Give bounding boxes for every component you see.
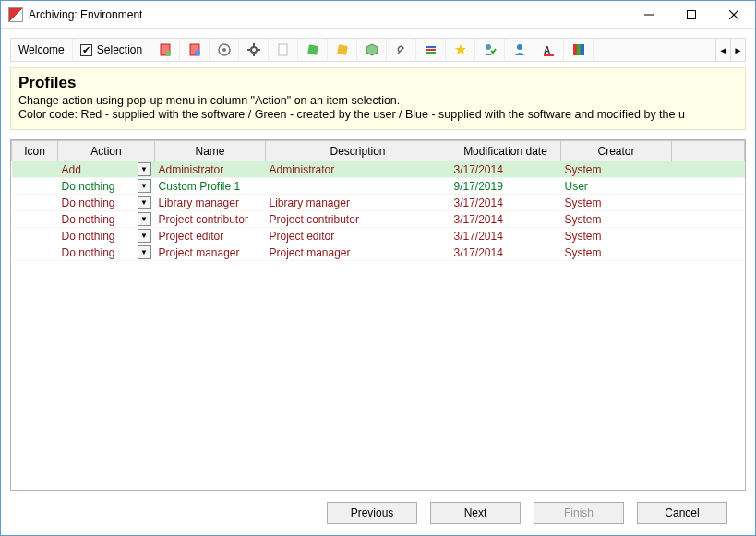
font-icon[interactable]: A <box>534 39 564 61</box>
toolbar-scroll-left[interactable]: ◄ <box>715 39 730 61</box>
cube-yellow-icon[interactable] <box>328 39 357 61</box>
bars-icon[interactable] <box>416 39 446 61</box>
cell-icon <box>12 178 58 195</box>
toolbar-icon-2[interactable] <box>180 39 210 61</box>
col-creator[interactable]: Creator <box>561 141 672 161</box>
window-title: Archiving: Environment <box>29 8 142 21</box>
cell-date: 9/17/2019 <box>450 178 561 195</box>
toolbar-icon-3[interactable] <box>210 39 239 61</box>
cell-date: 3/17/2014 <box>450 244 561 261</box>
instructions-line2: Color code: Red - supplied with the soft… <box>18 108 738 121</box>
cell-name: Project editor <box>155 228 266 244</box>
cell-icon <box>12 211 58 228</box>
toolbar-icon-1[interactable] <box>150 39 180 61</box>
cell-name: Administrator <box>155 161 266 178</box>
cancel-button[interactable]: Cancel <box>637 502 727 524</box>
cell-creator: System <box>561 161 672 178</box>
action-dropdown-icon[interactable]: ▼ <box>138 162 151 176</box>
profiles-grid[interactable]: Icon Action Name Description Modificatio… <box>10 139 746 491</box>
cell-name: Library manager <box>155 195 266 211</box>
cell-description: Project manager <box>266 244 450 261</box>
col-icon[interactable]: Icon <box>12 141 58 161</box>
cell-icon <box>12 161 58 178</box>
table-row[interactable]: Do nothing▼Project managerProject manage… <box>12 244 745 261</box>
col-description[interactable]: Description <box>266 141 450 161</box>
svg-rect-28 <box>577 44 581 55</box>
table-row[interactable]: Do nothing▼Project editorProject editor3… <box>12 228 745 244</box>
action-label: Do nothing <box>62 230 115 243</box>
col-name[interactable]: Name <box>155 141 266 161</box>
table-row[interactable]: Do nothing▼Project contributorProject co… <box>12 211 745 228</box>
cell-creator: System <box>561 211 672 228</box>
next-button[interactable]: Next <box>430 502 521 524</box>
table-row[interactable]: Add▼AdministratorAdministrator3/17/2014S… <box>12 161 745 178</box>
welcome-label: Welcome <box>18 43 65 56</box>
star-icon[interactable] <box>446 39 475 61</box>
wrench-icon[interactable] <box>387 39 416 61</box>
col-modification[interactable]: Modification date <box>450 141 561 161</box>
action-label: Do nothing <box>62 213 115 226</box>
palette-swatch-icon[interactable] <box>564 39 594 61</box>
cell-creator: User <box>561 178 672 195</box>
footer: Previous Next Finish Cancel <box>10 491 746 535</box>
cell-action[interactable]: Do nothing▼ <box>58 244 155 261</box>
check-icon: ✔ <box>80 44 92 56</box>
minimize-button[interactable] <box>628 1 670 29</box>
toolbar-scroll-right[interactable]: ► <box>730 39 745 61</box>
svg-text:A: A <box>544 45 550 55</box>
cell-action[interactable]: Do nothing▼ <box>58 195 155 211</box>
page-title: Profiles <box>18 74 738 92</box>
user-icon[interactable] <box>505 39 534 61</box>
titlebar: Archiving: Environment <box>1 1 755 29</box>
cell-action[interactable]: Do nothing▼ <box>58 178 155 195</box>
svg-rect-17 <box>337 44 348 55</box>
window: Archiving: Environment Welcome ✔ Selecti… <box>0 0 756 536</box>
cell-icon <box>12 195 58 211</box>
cell-action[interactable]: Do nothing▼ <box>58 228 155 244</box>
svg-rect-15 <box>279 44 287 55</box>
maximize-button[interactable] <box>670 1 713 29</box>
gear-icon[interactable] <box>239 39 269 61</box>
cell-description <box>266 178 450 195</box>
action-dropdown-icon[interactable]: ▼ <box>138 179 151 193</box>
svg-rect-27 <box>573 44 577 55</box>
document-icon[interactable] <box>269 39 298 61</box>
table-row[interactable]: Do nothing▼Library managerLibrary manage… <box>12 195 745 211</box>
action-dropdown-icon[interactable]: ▼ <box>138 196 151 209</box>
svg-point-7 <box>195 50 200 55</box>
selection-checkbox[interactable]: ✔ Selection <box>73 39 150 61</box>
close-button[interactable] <box>713 1 755 29</box>
cell-date: 3/17/2014 <box>450 228 561 244</box>
cell-action[interactable]: Add▼ <box>58 161 155 178</box>
cell-name: Project contributor <box>155 211 266 228</box>
cell-creator: System <box>561 244 672 261</box>
svg-rect-5 <box>166 51 171 55</box>
app-icon <box>8 7 23 22</box>
action-dropdown-icon[interactable]: ▼ <box>138 212 151 226</box>
cell-creator: System <box>561 195 672 211</box>
cell-description: Project contributor <box>266 211 450 228</box>
welcome-button[interactable]: Welcome <box>11 39 73 61</box>
action-dropdown-icon[interactable]: ▼ <box>138 229 151 243</box>
svg-rect-29 <box>581 44 584 55</box>
col-action[interactable]: Action <box>58 141 155 161</box>
table-row[interactable]: Do nothing▼Custom Profile 19/17/2019User <box>12 178 745 195</box>
action-dropdown-icon[interactable]: ▼ <box>138 245 151 259</box>
svg-point-9 <box>222 48 226 52</box>
cell-name: Project manager <box>155 244 266 261</box>
action-label: Do nothing <box>62 197 115 209</box>
svg-rect-1 <box>688 10 696 18</box>
svg-rect-16 <box>307 44 318 55</box>
selection-label: Selection <box>97 43 142 56</box>
user-check-icon[interactable] <box>475 39 505 61</box>
cell-action[interactable]: Do nothing▼ <box>58 211 155 228</box>
svg-marker-18 <box>366 44 378 55</box>
action-label: Add <box>62 163 81 176</box>
previous-button[interactable]: Previous <box>327 502 417 524</box>
cube-green-icon[interactable] <box>298 39 328 61</box>
column-headers[interactable]: Icon Action Name Description Modificatio… <box>12 141 745 161</box>
finish-button[interactable]: Finish <box>534 502 624 524</box>
svg-point-10 <box>251 47 257 53</box>
cell-date: 3/17/2014 <box>450 211 561 228</box>
hex-icon[interactable] <box>357 39 387 61</box>
